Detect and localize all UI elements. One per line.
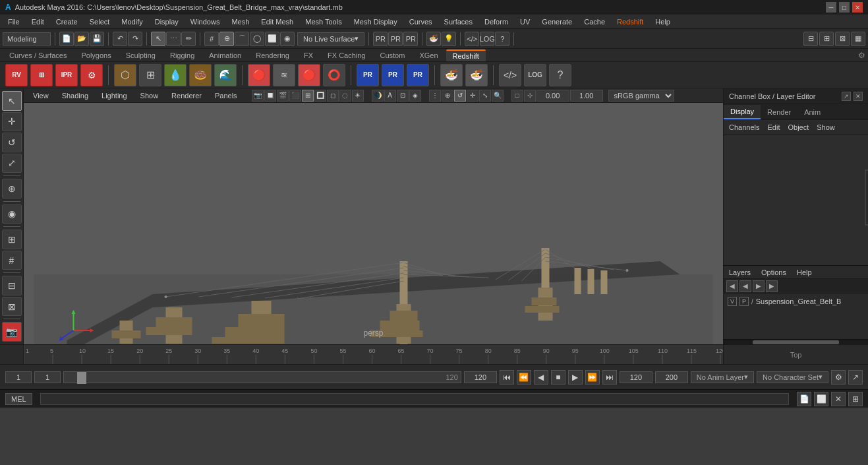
help-button[interactable]: ? — [495, 32, 509, 46]
shelf-tab-redshift[interactable]: Redshift — [446, 49, 486, 61]
anim-start-input[interactable] — [620, 371, 652, 383]
outliner-button[interactable]: ⊟ — [2, 276, 22, 295]
panel-float-button[interactable]: ↗ — [842, 92, 851, 101]
undo-button[interactable]: ↶ — [113, 32, 127, 46]
minimize-button[interactable]: ─ — [826, 2, 836, 13]
shelf-tab-fxcaching[interactable]: FX Caching — [321, 50, 372, 61]
shelf-icon-mat2[interactable]: ≋ — [273, 64, 295, 86]
le-arrow-left2-button[interactable]: ◀ — [739, 280, 751, 292]
layout-button-1[interactable]: ⊟ — [803, 32, 818, 46]
layer-scrollbar[interactable] — [724, 339, 868, 344]
open-scene-button[interactable]: 📂 — [74, 32, 89, 46]
ipr-button[interactable]: PR — [388, 32, 403, 46]
vp-light-icon[interactable]: ☀ — [352, 90, 364, 102]
menu-deform[interactable]: Deform — [479, 16, 513, 27]
vp-zoom-icon[interactable]: 🔍 — [492, 90, 504, 102]
new-scene-button[interactable]: 📄 — [59, 32, 74, 46]
menu-mesh-display[interactable]: Mesh Display — [349, 16, 403, 27]
maximize-button[interactable]: □ — [839, 2, 850, 13]
menu-display[interactable]: Display — [150, 16, 184, 27]
cb-menu-show[interactable]: Show — [817, 123, 835, 131]
attribute-editor-tab[interactable]: Attribute Editor — [865, 170, 868, 226]
close-button[interactable]: ✕ — [852, 2, 863, 13]
layout-button-4[interactable]: ▦ — [851, 32, 865, 46]
shelf-icon-food1[interactable]: 🍜 — [440, 64, 463, 86]
skip-to-start-button[interactable]: ⏮ — [500, 370, 514, 385]
vp-camera-icon[interactable]: 📷 — [252, 90, 264, 102]
time-slider[interactable]: 120 — [63, 371, 461, 383]
play-forward-button[interactable]: ▶ — [568, 370, 583, 385]
start-frame-input[interactable] — [5, 371, 32, 383]
play-back-button[interactable]: ◀ — [534, 370, 548, 385]
le-menu-help[interactable]: Help — [797, 268, 812, 276]
snap-grid-button[interactable]: # — [204, 32, 219, 46]
viewport-content[interactable]: persp — [24, 103, 723, 344]
vp-sel-mask-icon[interactable]: □ — [511, 90, 523, 102]
render-settings-button[interactable]: PR — [373, 32, 388, 46]
shelf-tab-custom[interactable]: Custom — [374, 50, 412, 61]
vp-persp-icon[interactable]: 🔲 — [264, 90, 276, 102]
shelf-tab-rendering[interactable]: Rendering — [249, 50, 296, 61]
vp-hud-icon[interactable]: ◈ — [409, 90, 421, 102]
cb-tab-render[interactable]: Render — [761, 106, 797, 119]
select-tool-button[interactable]: ↖ — [2, 91, 22, 111]
shelf-icon-pr1[interactable]: PR — [357, 64, 379, 86]
menu-curves[interactable]: Curves — [404, 16, 438, 27]
rotate-tool-button[interactable]: ↺ — [2, 133, 22, 152]
step-forward-button[interactable]: ⏩ — [585, 370, 600, 385]
le-menu-layers[interactable]: Layers — [729, 268, 751, 276]
shelf-icon-pr3[interactable]: PR — [407, 64, 429, 86]
menu-windows[interactable]: Windows — [185, 16, 225, 27]
soft-select-button[interactable]: ◉ — [2, 204, 22, 224]
step-back-button[interactable]: ⏪ — [517, 370, 531, 385]
vp-shadow-icon[interactable]: 🌒 — [372, 90, 384, 102]
le-arr-r-button[interactable]: ▶ — [753, 280, 765, 292]
vp-track-icon[interactable]: ✛ — [467, 90, 478, 102]
vp-menu-shading[interactable]: Shading — [58, 90, 92, 101]
menu-redshift[interactable]: Redshift — [612, 16, 649, 27]
le-arrow-left-button[interactable]: ◀ — [726, 280, 738, 292]
shelf-icon-pr2[interactable]: PR — [382, 64, 404, 86]
skip-to-end-button[interactable]: ⏭ — [602, 370, 617, 385]
cb-tab-anim[interactable]: Anim — [797, 106, 827, 119]
light-button[interactable]: 💡 — [442, 32, 456, 46]
menu-generate[interactable]: Generate — [536, 16, 577, 27]
shelf-icon-mat3[interactable]: 🔴 — [298, 64, 320, 86]
bridge-scene[interactable]: persp — [24, 103, 723, 344]
snap-curve-button[interactable]: ⌒ — [235, 32, 249, 46]
vp-texture-icon[interactable]: 🔳 — [314, 90, 326, 102]
gamma-selector[interactable]: sRGB gamma — [608, 90, 674, 102]
cb-tab-display[interactable]: Display — [724, 105, 761, 119]
vp-iso-icon[interactable]: ⋮ — [429, 90, 441, 102]
cb-menu-object[interactable]: Object — [788, 123, 809, 131]
shelf-icon-mat1[interactable]: 🔴 — [248, 64, 270, 86]
workspace-selector[interactable]: Modeling — [3, 32, 51, 46]
shelf-tab-animation[interactable]: Animation — [202, 50, 248, 61]
menu-mesh[interactable]: Mesh — [226, 16, 254, 27]
shelf-icon-poly1[interactable]: ⬡ — [114, 64, 136, 86]
shelf-tab-polygons[interactable]: Polygons — [74, 50, 117, 61]
shelf-icon-mat4[interactable]: ⭕ — [323, 64, 345, 86]
save-scene-button[interactable]: 💾 — [90, 32, 104, 46]
status-icon-1[interactable]: 📄 — [797, 392, 811, 406]
shelf-icon-help[interactable]: ? — [549, 64, 571, 86]
graph-editor-button[interactable]: ⊠ — [2, 297, 22, 317]
vp-menu-view[interactable]: View — [29, 90, 53, 101]
snap-point-button[interactable]: ⊕ — [219, 32, 234, 46]
vp-xray-icon[interactable]: ◌ — [339, 90, 351, 102]
vp-menu-renderer[interactable]: Renderer — [167, 90, 206, 101]
panel-close-button[interactable]: ✕ — [854, 92, 863, 101]
shelf-icon-rv[interactable]: RV — [5, 64, 28, 86]
vp-menu-lighting[interactable]: Lighting — [98, 90, 131, 101]
layer-visibility-button[interactable]: V — [728, 297, 737, 306]
vp-wireframe-icon[interactable]: ⊞ — [302, 90, 314, 102]
snap-live-button[interactable]: ◉ — [280, 32, 295, 46]
menu-uv[interactable]: UV — [515, 16, 535, 27]
shading-button[interactable]: 🍜 — [426, 32, 441, 46]
shelf-icon-ipr[interactable]: IPR — [55, 64, 78, 86]
shelf-tab-rigging[interactable]: Rigging — [163, 50, 201, 61]
anim-layer-dropdown[interactable]: No Anim Layer ▾ — [691, 371, 754, 383]
anim-settings-button[interactable]: ⚙ — [831, 370, 846, 385]
shelf-tab-sculpting[interactable]: Sculpting — [119, 50, 162, 61]
shelf-tab-curves[interactable]: Curves / Surfaces — [3, 50, 73, 61]
